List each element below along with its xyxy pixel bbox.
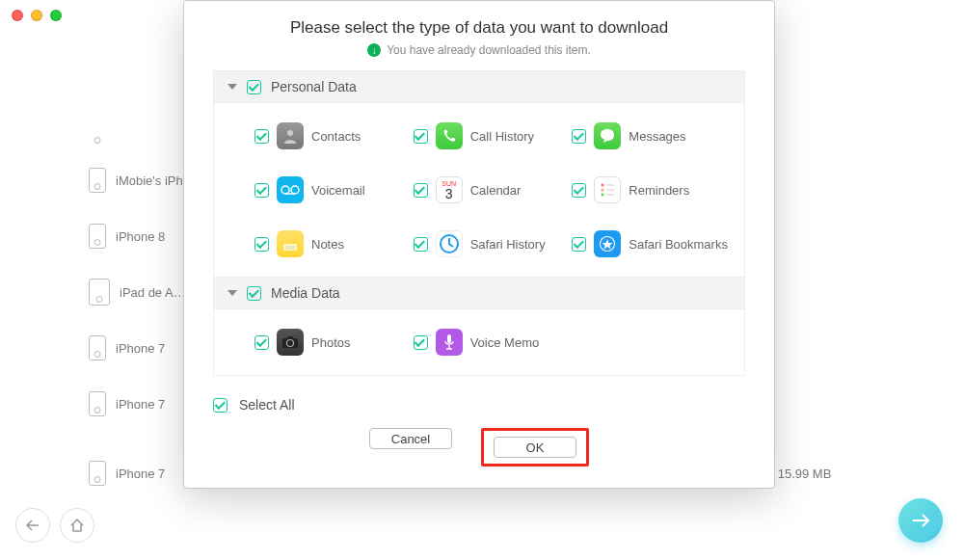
checkbox[interactable] [572, 237, 586, 252]
select-all-row[interactable]: Select All [184, 387, 774, 418]
personal-items: Contacts Call History Messages Voicemail… [214, 103, 744, 277]
checkbox[interactable] [414, 129, 428, 144]
iphone-icon [89, 335, 106, 360]
download-icon: ↓ [367, 43, 381, 57]
section-title: Personal Data [271, 79, 357, 94]
device-row[interactable]: iPad de Aaro [89, 264, 195, 320]
item-voice-memo[interactable]: Voice Memo [414, 315, 573, 369]
iphone-icon [89, 224, 106, 249]
messages-icon [594, 122, 621, 149]
section-header-media[interactable]: Media Data [214, 277, 744, 309]
item-contacts[interactable]: Contacts [254, 109, 414, 163]
data-type-panel: Personal Data Contacts Call History Mess… [213, 70, 745, 376]
checkbox[interactable] [414, 183, 428, 198]
item-messages[interactable]: Messages [572, 109, 731, 163]
checkbox-select-all[interactable] [213, 398, 228, 413]
svg-point-8 [602, 194, 604, 197]
calendar-icon: SUN3 [436, 176, 463, 203]
checkbox[interactable] [254, 335, 269, 350]
contacts-icon [277, 122, 304, 149]
nav-buttons [15, 508, 94, 543]
item-reminders[interactable]: Reminders [572, 163, 731, 217]
checkbox-media-all[interactable] [247, 286, 261, 301]
modal-subtitle-text: You have already downloaded this item. [387, 43, 591, 57]
checkbox[interactable] [414, 335, 428, 350]
iphone-icon [89, 391, 106, 416]
back-button[interactable] [15, 508, 50, 543]
close-window-button[interactable] [12, 10, 23, 21]
chevron-down-icon [228, 290, 237, 296]
select-all-label: Select All [239, 397, 295, 413]
device-row[interactable]: iPhone 7 [89, 376, 195, 432]
minimize-window-button[interactable] [31, 10, 42, 21]
svg-rect-19 [447, 334, 451, 343]
chevron-down-icon [228, 84, 237, 90]
window-controls [12, 10, 62, 21]
device-name: iPhone 7 [116, 341, 185, 356]
reminders-icon [594, 176, 621, 203]
iphone-icon [89, 168, 106, 193]
checkbox-personal-all[interactable] [247, 80, 261, 94]
checkbox[interactable] [254, 129, 269, 144]
ok-button[interactable]: OK [494, 437, 576, 458]
modal-title: Please select the type of data you want … [184, 1, 774, 43]
item-safari-history[interactable]: Safari History [414, 217, 573, 271]
safari-bookmarks-icon [594, 230, 621, 257]
svg-point-4 [602, 184, 604, 187]
checkbox[interactable] [254, 183, 269, 198]
svg-point-0 [287, 130, 293, 136]
safari-history-icon [436, 230, 463, 257]
device-row[interactable] [89, 114, 195, 152]
camera-icon [277, 329, 304, 356]
item-notes[interactable]: Notes [254, 217, 414, 271]
maximize-window-button[interactable] [50, 10, 62, 21]
arrow-left-icon [26, 520, 40, 531]
home-icon [69, 519, 85, 532]
microphone-icon [436, 329, 463, 356]
home-button[interactable] [60, 508, 94, 543]
device-row[interactable]: iPhone 7 [89, 320, 195, 376]
iphone-icon [89, 461, 106, 486]
device-name: iPhone 7 [116, 467, 165, 481]
checkbox[interactable] [414, 237, 428, 252]
modal-buttons: Cancel OK [184, 418, 774, 488]
next-button[interactable] [898, 498, 943, 543]
checkbox[interactable] [572, 183, 586, 198]
item-photos[interactable]: Photos [254, 315, 414, 369]
item-safari-bookmarks[interactable]: Safari Bookmarks [572, 217, 731, 271]
modal-subtitle: ↓ You have already downloaded this item. [184, 43, 774, 70]
item-voicemail[interactable]: Voicemail [254, 163, 414, 217]
section-header-personal[interactable]: Personal Data [214, 71, 744, 103]
device-list: iMobie's iPh iPhone 8 iPad de Aaro iPhon… [89, 114, 195, 432]
phone-icon [436, 122, 463, 149]
media-items: Photos Voice Memo [214, 309, 744, 375]
ipad-icon [89, 279, 110, 306]
item-calendar[interactable]: SUN3Calendar [414, 163, 573, 217]
item-call-history[interactable]: Call History [414, 109, 573, 163]
device-row[interactable]: iMobie's iPh [89, 152, 195, 208]
checkbox[interactable] [254, 237, 269, 252]
device-name: iPad de Aaro [120, 285, 189, 300]
section-title: Media Data [271, 285, 340, 301]
select-data-modal: Please select the type of data you want … [183, 0, 775, 489]
checkbox[interactable] [572, 129, 586, 144]
voicemail-icon [277, 176, 304, 203]
cancel-button[interactable]: Cancel [369, 428, 452, 449]
notes-icon [277, 230, 304, 257]
device-row[interactable]: iPhone 8 [89, 208, 195, 264]
svg-point-2 [291, 186, 299, 194]
device-name: iMobie's iPh [116, 173, 185, 188]
device-name: iPhone 7 [116, 397, 185, 412]
ok-highlight: OK [481, 428, 589, 467]
device-name: iPhone 8 [116, 229, 185, 244]
svg-point-6 [602, 189, 604, 192]
svg-point-1 [281, 186, 289, 194]
svg-rect-10 [283, 244, 297, 251]
arrow-right-icon [912, 514, 929, 527]
svg-rect-17 [287, 336, 293, 339]
